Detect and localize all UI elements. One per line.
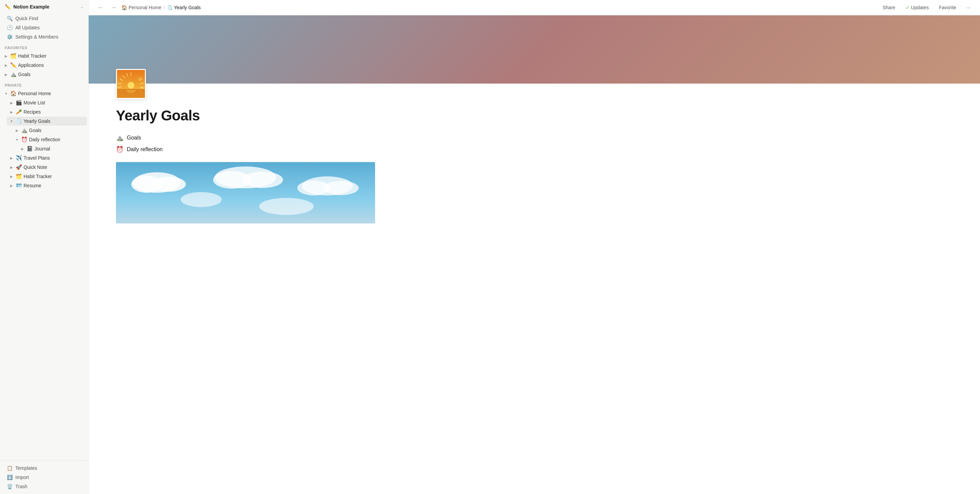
sidebar-item-resume[interactable]: 🪪 Resume [7,181,87,190]
recipes-emoji: 🥕 [16,109,22,115]
sidebar-item-habit-tracker-fav[interactable]: 🗂️ Habit Tracker [2,51,87,61]
toggle-yearly-goals[interactable] [9,118,14,124]
app-header[interactable]: ✏️ Notion Example ⌄ [0,0,88,14]
sidebar-item-travel-plans[interactable]: ✈️ Travel Plans [7,153,87,163]
sidebar-item-quick-find[interactable]: 🔍 Quick Find [2,14,86,23]
page-icon-wrapper [116,69,146,99]
sidebar-item-yearly-goals[interactable]: 🗒️ Yearly Goals [7,117,87,126]
toggle-habit-tracker-priv[interactable] [9,174,14,179]
sidebar-item-goals-fav[interactable]: ⛰️ Goals [2,70,87,79]
svg-point-15 [127,82,134,89]
toggle-goals-fav[interactable] [3,72,9,77]
back-button[interactable]: ← [95,3,106,13]
breadcrumb-home-emoji: 🏠 [121,5,129,10]
svg-point-30 [181,192,222,207]
breadcrumb-home-label: Personal Home [129,5,162,10]
travel-plans-label: Travel Plans [24,155,85,161]
movie-list-emoji: 🎬 [16,100,22,106]
page-subitems: ⛰️ Goals ⏰ Daily reflection [116,132,953,155]
sidebar: ✏️ Notion Example ⌄ 🔍 Quick Find 🕐 All U… [0,0,89,494]
sidebar-item-import[interactable]: ⬇️ Import [2,473,86,482]
personal-home-emoji: 🏠 [10,91,17,97]
sidebar-item-goals-sub[interactable]: ⛰️ Goals [12,126,87,135]
sidebar-item-daily-reflection[interactable]: ⏰ Daily reflection [12,135,87,144]
applications-fav-label: Applications [18,62,85,68]
svg-rect-18 [127,91,135,91]
breadcrumb-goals-label: Yearly Goals [174,5,201,10]
sunset-svg [117,70,145,98]
toggle-recipes[interactable] [9,109,14,115]
sidebar-nav: 🔍 Quick Find 🕐 All Updates ⚙️ Settings &… [0,14,88,41]
updates-check-icon: ✓ [906,5,910,10]
sidebar-item-movie-list[interactable]: 🎬 Movie List [7,98,87,107]
yearly-goals-emoji: 🗒️ [16,118,22,124]
quick-find-label: Quick Find [15,16,38,21]
breadcrumb-personal-home[interactable]: 🏠 Personal Home [121,5,161,10]
all-updates-label: All Updates [15,25,40,30]
daily-reflection-emoji: ⏰ [21,137,28,143]
toggle-movie-list[interactable] [9,100,14,105]
toggle-applications-fav[interactable] [3,62,9,68]
trash-icon: 🗑️ [7,484,13,489]
daily-reflection-label: Daily reflection [29,137,85,142]
sidebar-item-templates[interactable]: 📋 Templates [2,464,86,473]
habit-tracker-fav-emoji: 🗂️ [10,53,17,59]
page-subitem-goals[interactable]: ⛰️ Goals [116,132,953,143]
toggle-journal[interactable] [20,146,25,151]
toggle-personal-home[interactable] [3,91,9,96]
svg-point-23 [152,177,186,192]
breadcrumb-yearly-goals[interactable]: 🗒️ Yearly Goals [167,5,201,10]
movie-list-label: Movie List [24,100,85,105]
updates-button[interactable]: ✓ Updates [903,3,932,11]
personal-home-children: 🎬 Movie List 🥕 Recipes 🗒️ Yearly Goals ⛰… [0,98,88,190]
toggle-goals-sub[interactable] [14,127,20,133]
sidebar-item-quick-note[interactable]: 🚀 Quick Note [7,163,87,172]
topbar-actions: Share ✓ Updates Favorite ··· [880,3,973,11]
daily-reflection-link-emoji: ⏰ [116,146,123,153]
sidebar-item-settings[interactable]: ⚙️ Settings & Members [2,32,86,41]
search-icon: 🔍 [7,16,13,21]
sidebar-item-habit-tracker-priv[interactable]: 🗂️ Habit Tracker [7,172,87,181]
svg-rect-16 [117,89,145,90]
breadcrumb-separator: / [163,5,165,10]
sidebar-item-personal-home[interactable]: 🏠 Personal Home [2,89,87,98]
more-options-label: ··· [966,5,970,10]
more-options-button[interactable]: ··· [964,3,973,11]
goals-sub-label: Goals [29,127,85,133]
trash-label: Trash [15,484,27,489]
topbar: ← → 🏠 Personal Home / 🗒️ Yearly Goals Sh… [89,0,980,15]
templates-icon: 📋 [7,465,13,471]
yearly-goals-children: ⛰️ Goals ⏰ Daily reflection 📓 Journal [5,126,88,153]
updates-label: Updates [911,5,929,10]
toggle-quick-note[interactable] [9,164,14,170]
chevron-icon: ⌄ [80,5,84,9]
toggle-daily-reflection[interactable] [14,137,20,142]
sidebar-item-applications-fav[interactable]: ✏️ Applications [2,61,87,70]
favorites-section-label: FAVORITES [0,41,88,51]
habit-tracker-fav-label: Habit Tracker [18,53,85,59]
sidebar-item-recipes[interactable]: 🥕 Recipes [7,107,87,116]
goals-fav-label: Goals [18,72,85,77]
page-body: Yearly Goals ⛰️ Goals ⏰ Daily reflection [89,84,980,237]
forward-button[interactable]: → [108,3,119,13]
recipes-label: Recipes [24,109,85,115]
toggle-travel-plans[interactable] [9,155,14,161]
import-icon: ⬇️ [7,475,13,480]
resume-emoji: 🪪 [16,183,22,189]
favorite-button[interactable]: Favorite [936,3,959,11]
svg-point-29 [323,181,359,195]
cloud-image-svg [116,162,375,223]
page-section-image [116,162,375,223]
sidebar-item-journal[interactable]: 📓 Journal [18,144,87,153]
quick-note-emoji: 🚀 [16,164,22,170]
main-content: ← → 🏠 Personal Home / 🗒️ Yearly Goals Sh… [89,0,980,494]
page-icon[interactable] [116,69,146,99]
page-subitem-daily-reflection[interactable]: ⏰ Daily reflection [116,143,953,155]
toggle-resume[interactable] [9,183,14,188]
svg-rect-19 [128,92,134,93]
toggle-habit-tracker-fav[interactable] [3,53,9,59]
sidebar-item-trash[interactable]: 🗑️ Trash [2,482,86,491]
share-button[interactable]: Share [880,3,898,11]
goals-link-emoji: ⛰️ [116,134,123,142]
sidebar-item-all-updates[interactable]: 🕐 All Updates [2,23,86,32]
